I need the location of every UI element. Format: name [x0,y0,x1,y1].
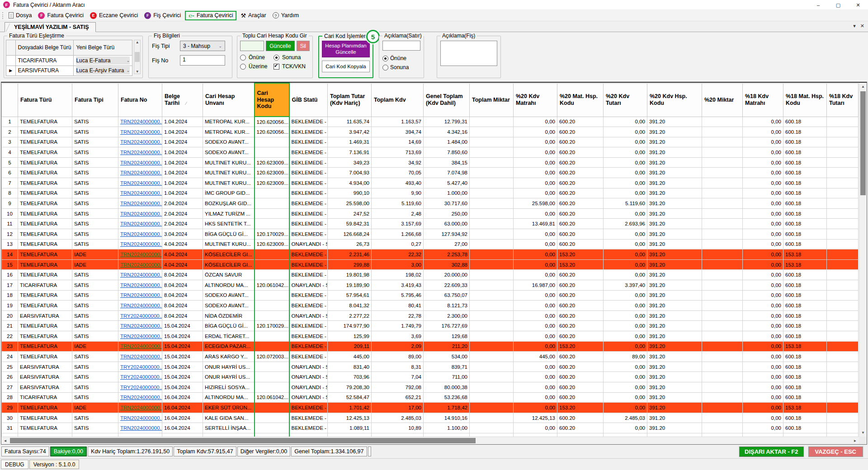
grid-cell[interactable]: 652,21 [372,392,424,403]
grid-cell[interactable] [702,147,743,158]
grid-cell[interactable] [255,433,289,437]
grid-cell[interactable]: 600.20 [557,280,604,291]
row-number[interactable]: 2 [2,127,18,137]
grid-cell[interactable]: 120.061042... [255,280,289,291]
invoice-link[interactable]: TRN2024000000... [118,280,162,291]
grid-cell[interactable] [255,423,289,433]
grid-cell[interactable]: 153.20 [557,341,604,352]
grid-cell[interactable]: BEKLEMEDE - SA... [289,229,328,240]
grid-cell[interactable]: 0,00 [604,362,647,372]
grid-cell[interactable] [827,208,859,219]
grid-cell[interactable]: SATIS [72,372,118,382]
grid-cell[interactable]: ÖZCAN SAVUR [203,270,255,280]
grid-cell[interactable]: BEKLEMEDE - IA... [289,341,328,352]
grid-cell[interactable]: 1.04.2024 [162,188,203,198]
grid-cell[interactable] [255,147,289,158]
grid-cell[interactable]: 600.20 [557,372,604,382]
grid-cell[interactable]: BEKLEMEDE - SA... [289,270,328,280]
grid-cell[interactable]: 70,05 [372,168,424,178]
grid-cell[interactable]: BEKLEMEDE - IA... [289,249,328,260]
grid-cell[interactable] [827,290,859,301]
hesap-planimdan-guncelle-button[interactable]: Hesap Planımdan Güncelle [322,41,370,57]
grid-cell[interactable] [470,239,514,249]
grid-cell[interactable]: 0,00 [743,137,783,147]
grid-cell[interactable]: 391.20 [647,259,702,270]
grid-cell[interactable]: ECEGIDA PAZAR... [203,341,255,352]
grid-cell[interactable]: 600.20 [557,392,604,403]
grid-cell[interactable]: 129,68 [424,331,470,341]
grid-cell[interactable]: SODEXO AVANT... [203,290,255,301]
invoice-link[interactable]: TRY2024000000... [118,372,162,382]
grid-cell[interactable]: SODEXO AVANT... [203,301,255,311]
grid-cell[interactable] [702,341,743,352]
grid-cell[interactable]: 384,15 [424,157,470,168]
grid-cell[interactable]: 600.20 [557,188,604,198]
grid-cell[interactable]: 3,00 [372,259,424,270]
grid-cell[interactable]: BEKLEMEDE - SA... [289,331,328,341]
grid-cell[interactable] [255,249,289,260]
grid-cell[interactable]: 600.20 [557,239,604,249]
grid-cell[interactable]: 0,00 [514,362,557,372]
grid-cell[interactable]: 120.170029... [255,229,289,240]
grid-cell[interactable] [827,239,859,249]
grid-cell[interactable]: 0,00 [604,270,647,280]
grid-cell[interactable] [470,403,514,413]
grid-cell[interactable]: ONAYLANDI - S... [289,239,328,249]
grid-cell[interactable]: 89,00 [372,352,424,362]
grid-cell[interactable]: 7.074,98 [424,168,470,178]
aciklama-sonuna-radio[interactable] [382,65,388,70]
grid-cell[interactable]: 0,00 [514,249,557,260]
grid-cell[interactable] [702,310,743,321]
grid-cell[interactable]: 0,00 [604,188,647,198]
grid-cell[interactable]: 600.18 [783,208,827,219]
grid-cell[interactable]: TEMELFATURA [18,198,72,209]
grid-cell[interactable]: 120.623009... [255,239,289,249]
grid-cell[interactable]: 19.189,90 [328,280,372,291]
grid-cell[interactable]: 14,69 [372,137,424,147]
grid-cell[interactable]: BEKLEMEDE - SA... [289,157,328,168]
grid-cell[interactable]: TEMELFATURA [18,127,72,137]
grid-cell[interactable] [702,127,743,137]
grid-cell[interactable]: BEKLEMEDE - SA... [289,168,328,178]
grid-cell[interactable]: 600.18 [783,433,827,437]
grid-cell[interactable]: SATIS [72,219,118,229]
grid-cell[interactable]: 120.061042... [255,392,289,403]
grid-cell[interactable]: 0,00 [514,321,557,331]
grid-cell[interactable]: 79.208,30 [328,382,372,392]
scroll-thumb[interactable] [860,91,866,195]
grid-cell[interactable] [470,259,514,270]
grid-cell[interactable]: HKS SENTETİK T... [203,219,255,229]
invoice-link[interactable]: TRN2024000000... [118,208,162,219]
grid-cell[interactable]: 0,00 [604,392,647,403]
grid-cell[interactable]: 0,00 [743,362,783,372]
grid-cell[interactable] [702,413,743,423]
grid-cell[interactable]: 600.18 [783,310,827,321]
grid-cell[interactable]: 600.18 [783,270,827,280]
grid-cell[interactable]: 600.20 [557,413,604,423]
grid-cell[interactable] [255,137,289,147]
grid-cell[interactable]: 391.20 [647,178,702,188]
invoice-link[interactable]: TRN2024000000... [118,117,162,127]
grid-cell[interactable]: 391.20 [647,117,702,127]
grid-cell[interactable]: 1.100,00 [424,423,470,433]
row-number[interactable]: 27 [2,382,18,392]
grid-cell[interactable]: 153.20 [557,249,604,260]
grid-cell[interactable] [470,372,514,382]
grid-cell[interactable]: 391.20 [647,341,702,352]
grid-cell[interactable] [827,270,859,280]
grid-cell[interactable]: 19.801,98 [328,270,372,280]
grid-cell[interactable] [702,198,743,209]
grid-cell[interactable]: 600.20 [557,301,604,311]
grid-cell[interactable]: 600.18 [783,362,827,372]
row-number[interactable]: 1 [2,117,18,127]
grid-cell[interactable]: 1.04.2024 [162,168,203,178]
sil-button[interactable]: Sil [297,41,310,51]
grid-cell[interactable] [702,280,743,291]
invoice-link[interactable]: TRN2024000000... [118,127,162,137]
grid-cell[interactable]: TEMELFATURA [18,321,72,331]
grid-cell[interactable]: 15.04.2024 [162,331,203,341]
grid-cell[interactable]: 153.20 [557,403,604,413]
grid-cell[interactable] [702,168,743,178]
tab-close-icon[interactable]: ✕ [860,23,864,29]
grid-cell[interactable]: 1.484,00 [424,137,470,147]
